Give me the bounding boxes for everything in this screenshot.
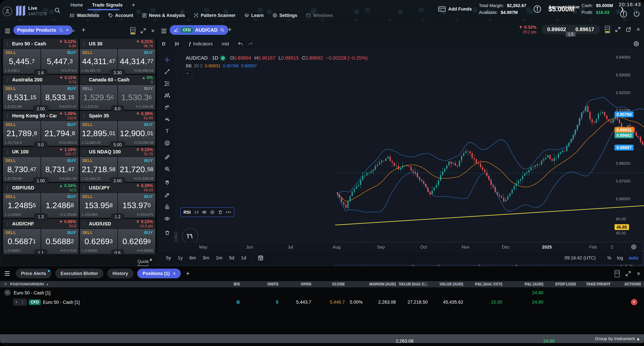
collapse-group-icon[interactable]: − — [4, 289, 11, 296]
timeframe-3m[interactable]: 3m — [202, 255, 209, 261]
bottom-tab-history[interactable]: History — [107, 269, 134, 278]
drag-handle-icon[interactable]: ⋮ — [5, 113, 10, 118]
elliott-wave-tool[interactable] — [161, 101, 173, 113]
column-header-bs[interactable]: B/S — [234, 282, 240, 286]
collapse-legend-button[interactable]: ⌃ — [182, 70, 192, 79]
hide-drawings-tool[interactable] — [161, 213, 173, 225]
bottom-menu-icon[interactable] — [5, 271, 10, 276]
panel-layout-icon[interactable] — [130, 27, 135, 34]
chart-symbol-tab[interactable]: CFD AUD/CAD — [170, 25, 228, 35]
column-header-vaud[interactable]: VALUE (AUD) — [440, 282, 463, 286]
eye-icon[interactable] — [202, 210, 206, 214]
panel-layout-icon[interactable] — [605, 26, 610, 33]
time-axis[interactable]: MayJunJulAugSepOctNovDec2025Feb2 — [159, 242, 643, 251]
axis-settings-icon[interactable] — [630, 244, 637, 250]
close-panel-icon[interactable]: × — [636, 26, 640, 32]
indicators-button[interactable]: ƒIndicators — [188, 41, 213, 46]
add-funds-button[interactable]: Add Funds — [438, 6, 472, 12]
measure-tool[interactable] — [161, 151, 173, 163]
mid-price-button[interactable]: mid — [222, 41, 229, 46]
timeframe-1y[interactable]: 1y — [178, 255, 183, 261]
drag-handle-icon[interactable]: ⋮ — [82, 149, 86, 155]
delete-drawings-tool[interactable] — [161, 227, 173, 239]
column-header-units[interactable]: UNITS — [267, 282, 278, 286]
timeframe-button[interactable]: D — [162, 41, 165, 46]
timeframe-1d[interactable]: 1d — [241, 255, 246, 261]
info-icon[interactable] — [533, 5, 541, 13]
drag-handle-icon[interactable]: ⋮ — [82, 185, 86, 190]
search-icon[interactable] — [58, 28, 64, 33]
close-tab-icon[interactable]: × — [173, 271, 176, 276]
gear-icon[interactable] — [210, 210, 215, 214]
undo-icon[interactable] — [238, 41, 243, 46]
magnet-tool[interactable] — [161, 177, 173, 189]
watchlist-tab[interactable]: Popular Products × — [14, 25, 72, 35]
expand-icon[interactable] — [140, 28, 146, 34]
expand-rows-icon[interactable] — [4, 282, 8, 286]
tab-trade-signals[interactable]: Trade Signals — [92, 2, 122, 8]
nav-account[interactable]: Account — [108, 13, 133, 18]
drag-handle-icon[interactable]: ⋮ — [82, 113, 86, 118]
info-icon[interactable] — [620, 10, 627, 18]
popout-icon[interactable] — [626, 27, 632, 32]
lock-drawings-tool[interactable] — [161, 201, 173, 213]
nav-watchlists[interactable]: Watchlists — [70, 13, 99, 18]
tab-home[interactable]: Home — [70, 2, 83, 8]
add-order-icon[interactable]: + — [15, 300, 18, 305]
column-header-close[interactable]: CLOSE — [332, 282, 345, 286]
nav-settings[interactable]: Settings — [272, 13, 297, 18]
column-header-plaud[interactable]: P&L (AUD) — [524, 282, 544, 286]
xabcd-pattern-tool[interactable] — [161, 89, 173, 101]
add-tab-button[interactable]: + — [132, 3, 135, 7]
fib-retracement-tool[interactable] — [161, 78, 173, 89]
bottom-tab-price-alerts[interactable]: Price Alerts — [16, 269, 52, 278]
position-tool[interactable] — [161, 113, 173, 125]
expand-icon[interactable] — [615, 27, 621, 32]
column-header-margin[interactable]: MARGIN (AUD) — [369, 282, 396, 286]
bottom-tab-execution-blotter[interactable]: Execution Blotter — [55, 269, 104, 278]
add-watchlist-button[interactable]: + — [82, 26, 85, 34]
nav-news-analysis[interactable]: News & Analysis — [142, 13, 185, 18]
drag-handle-icon[interactable]: ⋮ — [5, 149, 10, 155]
column-header-act[interactable]: ACTIONS — [624, 282, 641, 286]
go-to-date-icon[interactable] — [258, 255, 264, 261]
column-header-open[interactable]: OPEN — [301, 282, 311, 286]
drag-handle-icon[interactable]: ⋮ — [82, 221, 86, 226]
add-bottom-tab-button[interactable]: + — [186, 270, 190, 277]
log-scale-button[interactable]: log — [617, 255, 623, 261]
user-avatar[interactable] — [3, 7, 12, 16]
drag-handle-icon[interactable]: ⋮ — [5, 221, 10, 226]
rsi-indicator-label[interactable]: RSI14 ••• — [180, 207, 234, 217]
more-tabs-icon[interactable]: » — [72, 27, 75, 34]
close-icon[interactable]: × — [66, 28, 68, 32]
nav-pattern-scanner[interactable]: Pattern Scanner — [194, 13, 236, 18]
timeframe-1m[interactable]: 1m — [216, 255, 222, 261]
row-menu-icon[interactable]: ⋮ — [20, 300, 25, 305]
percent-scale-button[interactable]: % — [607, 255, 611, 261]
collapse-toolbar-handle[interactable]: ‹ — [174, 232, 178, 242]
crosshair-tool[interactable] — [161, 54, 173, 66]
timeframe-5y[interactable]: 5y — [166, 255, 171, 261]
drag-handle-icon[interactable]: ⋮ — [5, 77, 10, 82]
position-row[interactable]: + ⋮ CFD Euro 50 - Cash [1] B55,443.75,44… — [0, 297, 644, 307]
more-options-icon[interactable]: ••• — [226, 210, 231, 214]
column-header-plinst[interactable]: P&L (Inst. CCY) — [475, 282, 502, 286]
chart-menu-icon[interactable] — [161, 29, 166, 33]
close-position-button[interactable]: ✕ — [631, 299, 637, 305]
quote-panel-grid-footer[interactable]: Quote Panel Grid ▲ — [1, 254, 157, 265]
nav-learn[interactable]: Learn — [244, 13, 264, 18]
expand-icon[interactable] — [626, 271, 631, 277]
search-icon[interactable] — [220, 28, 224, 32]
drag-handle-icon[interactable]: ⋮ — [82, 77, 86, 82]
watchlist-menu-icon[interactable] — [5, 29, 10, 33]
add-chart-tab-button[interactable]: + — [228, 26, 232, 33]
timeframe-5d[interactable]: 5d — [229, 255, 234, 261]
close-panel-icon[interactable]: × — [637, 271, 640, 277]
bottom-tab-positions-1-[interactable]: Positions (1)× — [137, 269, 181, 278]
group-by-control[interactable]: Group by Instrument ▲ — [595, 336, 640, 341]
column-header-tp[interactable]: TAKE PROFIT — [586, 282, 610, 286]
emoji-tool[interactable] — [161, 137, 173, 149]
column-header-stop[interactable]: STOP LOSS — [555, 282, 576, 286]
zoom-in-tool[interactable] — [161, 163, 173, 175]
position-group-row[interactable]: − Euro 50 - Cash [1] 24.80 — [0, 288, 644, 297]
